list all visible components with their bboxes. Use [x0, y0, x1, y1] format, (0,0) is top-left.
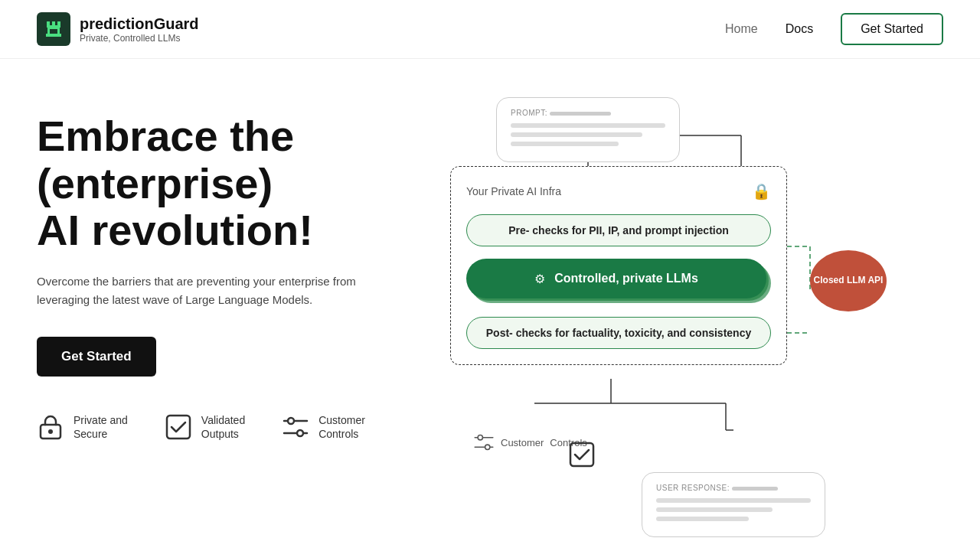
infra-lock-icon: 🔒: [752, 182, 771, 201]
feature-validated-outputs: Validated Outputs: [165, 413, 245, 441]
diagram-panel: PROMPT: Your Private AI Infra 🔒 Pre- che…: [435, 90, 943, 551]
logo-icon: [37, 12, 70, 46]
response-box: USER RESPONSE:: [642, 472, 825, 537]
hero-title-line2: AI revolution!: [37, 206, 313, 254]
logo-regular: prediction: [80, 15, 154, 32]
svg-rect-6: [50, 29, 57, 34]
svg-point-30: [478, 435, 482, 440]
llm-label: Controlled, private LLMs: [554, 272, 698, 285]
logo-bold: Guard: [154, 15, 199, 32]
svg-rect-5: [46, 34, 61, 37]
hero-subtitle: Overcome the barriers that are preventin…: [37, 272, 358, 309]
logo-tagline: Private, Controlled LLMs: [80, 33, 199, 44]
left-panel: Embrace the (enterprise) AI revolution! …: [37, 90, 435, 551]
prompt-box: PROMPT:: [496, 97, 680, 162]
svg-rect-3: [47, 25, 60, 28]
post-check-regular: Post-: [486, 327, 516, 339]
checkmark-icon: [165, 413, 192, 441]
response-lines: [656, 498, 811, 521]
infra-header: Your Private AI Infra 🔒: [466, 182, 771, 201]
feature-label-private: Private and Secure: [74, 413, 128, 441]
feature-customer-controls: Customer Controls: [282, 413, 365, 441]
logo-name: predictionGuard: [80, 15, 199, 33]
infra-box: Your Private AI Infra 🔒 Pre- checks for …: [450, 166, 787, 365]
closed-api-bubble: Closed LLM API: [810, 250, 887, 311]
svg-point-11: [288, 418, 294, 424]
nav-home[interactable]: Home: [725, 22, 758, 36]
lock-icon: [37, 413, 64, 441]
svg-point-13: [297, 430, 303, 436]
hero-title: Embrace the (enterprise) AI revolution!: [37, 112, 435, 254]
customer-controls-label-line1: Customer: [501, 437, 544, 448]
post-check-bold: checks for factuality, toxicity, and con…: [516, 327, 752, 339]
svg-rect-9: [167, 416, 190, 439]
logo-area: predictionGuard Private, Controlled LLMs: [37, 12, 199, 46]
logo-text: predictionGuard Private, Controlled LLMs: [80, 15, 199, 44]
response-label: USER RESPONSE:: [656, 484, 811, 492]
llm-box-main: ⚙ Controlled, private LLMs: [466, 259, 766, 298]
feature-label-controls: Customer Controls: [318, 413, 365, 441]
svg-rect-1: [52, 21, 55, 25]
feature-label-validated: Validated Outputs: [201, 413, 245, 441]
header-get-started-button[interactable]: Get Started: [841, 13, 943, 45]
hero-title-line1: Embrace the (enterprise): [37, 112, 294, 207]
infra-title: Your Private AI Infra: [466, 185, 561, 197]
nav: Home Docs Get Started: [725, 13, 943, 45]
feature-private-secure: Private and Secure: [37, 413, 128, 441]
pre-check-bold: checks for PII, IP, and prompt injection: [532, 224, 728, 236]
svg-point-8: [48, 429, 53, 434]
prompt-lines: [511, 123, 665, 146]
pre-check-regular: Pre-: [508, 224, 532, 236]
validated-checkmark: [569, 442, 595, 471]
pre-check-box: Pre- checks for PII, IP, and prompt inje…: [466, 214, 771, 246]
svg-rect-2: [57, 21, 60, 25]
svg-point-32: [485, 445, 490, 449]
nav-docs[interactable]: Docs: [786, 22, 813, 36]
svg-rect-33: [570, 443, 593, 466]
sliders-icon: [282, 413, 309, 441]
post-check-box: Post- checks for factuality, toxicity, a…: [466, 317, 771, 349]
closed-api-label: Closed LLM API: [814, 275, 884, 287]
svg-rect-0: [47, 21, 50, 25]
features-row: Private and Secure Validated Outputs: [37, 413, 435, 441]
llm-stack: ⚙ Controlled, private LLMs: [466, 259, 771, 305]
prompt-label: PROMPT:: [511, 109, 665, 117]
main-get-started-button[interactable]: Get Started: [37, 337, 156, 377]
controls-sliders-icon: ⚙: [534, 272, 545, 286]
